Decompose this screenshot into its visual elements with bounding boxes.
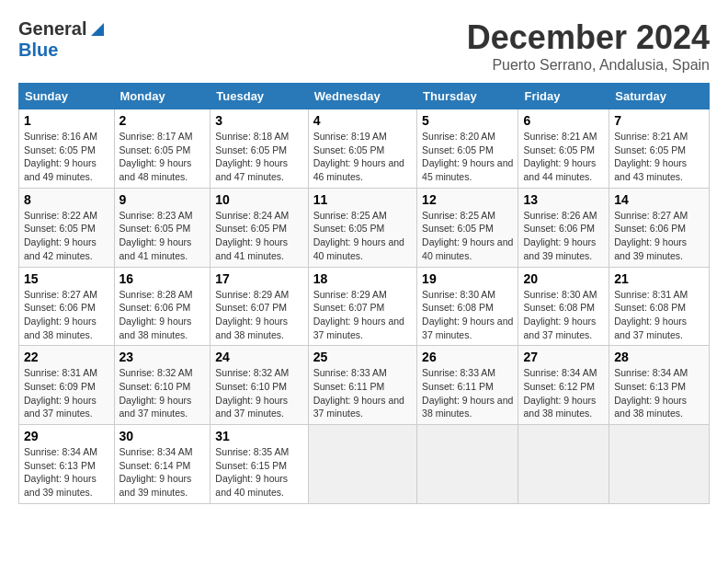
col-sunday: Sunday (19, 84, 115, 109)
cell-info: Sunrise: 8:25 AMSunset: 6:05 PMDaylight:… (313, 210, 404, 261)
day-number: 23 (119, 350, 206, 364)
page-header: General Blue December 2024 Puerto Serran… (18, 18, 710, 74)
location-text: Puerto Serrano, Andalusia, Spain (467, 57, 710, 74)
cell-info: Sunrise: 8:31 AMSunset: 6:09 PMDaylight:… (24, 367, 97, 419)
table-row: 30 Sunrise: 8:34 AMSunset: 6:14 PMDaylig… (114, 425, 210, 504)
table-row: 25 Sunrise: 8:33 AMSunset: 6:11 PMDaylig… (308, 346, 416, 425)
day-number: 21 (614, 271, 704, 286)
day-number: 9 (119, 192, 206, 207)
col-saturday: Saturday (609, 84, 710, 109)
cell-info: Sunrise: 8:26 AMSunset: 6:06 PMDaylight:… (523, 210, 597, 261)
day-number: 17 (215, 271, 302, 286)
cell-info: Sunrise: 8:34 AMSunset: 6:13 PMDaylight:… (614, 367, 688, 419)
table-row (518, 425, 609, 504)
day-number: 14 (614, 192, 704, 207)
table-row: 16 Sunrise: 8:28 AMSunset: 6:06 PMDaylig… (114, 267, 210, 346)
day-number: 24 (215, 350, 302, 364)
day-number: 18 (313, 271, 412, 286)
day-number: 1 (24, 113, 109, 128)
cell-info: Sunrise: 8:24 AMSunset: 6:05 PMDaylight:… (215, 210, 289, 261)
cell-info: Sunrise: 8:22 AMSunset: 6:05 PMDaylight:… (24, 210, 97, 261)
table-row: 1 Sunrise: 8:16 AMSunset: 6:05 PMDayligh… (19, 109, 115, 189)
logo: General Blue (18, 18, 104, 61)
day-number: 26 (422, 350, 513, 364)
day-number: 28 (614, 350, 704, 364)
svg-marker-0 (91, 23, 104, 36)
table-row: 14 Sunrise: 8:27 AMSunset: 6:06 PMDaylig… (609, 188, 710, 267)
calendar-week-4: 22 Sunrise: 8:31 AMSunset: 6:09 PMDaylig… (19, 346, 710, 425)
day-number: 30 (119, 429, 206, 443)
day-number: 13 (523, 192, 604, 207)
cell-info: Sunrise: 8:29 AMSunset: 6:07 PMDaylight:… (313, 289, 404, 340)
cell-info: Sunrise: 8:34 AMSunset: 6:12 PMDaylight:… (523, 367, 597, 419)
cell-info: Sunrise: 8:30 AMSunset: 6:08 PMDaylight:… (523, 289, 597, 340)
header-row: Sunday Monday Tuesday Wednesday Thursday… (19, 84, 710, 109)
day-number: 19 (422, 271, 513, 286)
table-row: 18 Sunrise: 8:29 AMSunset: 6:07 PMDaylig… (308, 267, 416, 346)
day-number: 6 (523, 113, 604, 128)
table-row: 4 Sunrise: 8:19 AMSunset: 6:05 PMDayligh… (308, 109, 416, 189)
table-row: 7 Sunrise: 8:21 AMSunset: 6:05 PMDayligh… (609, 109, 710, 189)
table-row (417, 425, 518, 504)
table-row: 29 Sunrise: 8:34 AMSunset: 6:13 PMDaylig… (19, 425, 115, 504)
table-row: 20 Sunrise: 8:30 AMSunset: 6:08 PMDaylig… (518, 267, 609, 346)
table-row: 23 Sunrise: 8:32 AMSunset: 6:10 PMDaylig… (114, 346, 210, 425)
cell-info: Sunrise: 8:34 AMSunset: 6:14 PMDaylight:… (119, 446, 193, 498)
day-number: 20 (523, 271, 604, 286)
cell-info: Sunrise: 8:21 AMSunset: 6:05 PMDaylight:… (523, 131, 597, 182)
cell-info: Sunrise: 8:30 AMSunset: 6:08 PMDaylight:… (422, 289, 513, 340)
cell-info: Sunrise: 8:27 AMSunset: 6:06 PMDaylight:… (614, 210, 688, 261)
table-row: 2 Sunrise: 8:17 AMSunset: 6:05 PMDayligh… (114, 109, 210, 189)
day-number: 2 (119, 113, 206, 128)
table-row: 6 Sunrise: 8:21 AMSunset: 6:05 PMDayligh… (518, 109, 609, 189)
cell-info: Sunrise: 8:20 AMSunset: 6:05 PMDaylight:… (422, 131, 513, 182)
col-wednesday: Wednesday (308, 84, 416, 109)
cell-info: Sunrise: 8:32 AMSunset: 6:10 PMDaylight:… (215, 367, 289, 419)
day-number: 25 (313, 350, 412, 364)
cell-info: Sunrise: 8:27 AMSunset: 6:06 PMDaylight:… (24, 289, 97, 340)
table-row: 10 Sunrise: 8:24 AMSunset: 6:05 PMDaylig… (210, 188, 308, 267)
table-row: 28 Sunrise: 8:34 AMSunset: 6:13 PMDaylig… (609, 346, 710, 425)
col-monday: Monday (114, 84, 210, 109)
cell-info: Sunrise: 8:32 AMSunset: 6:10 PMDaylight:… (119, 367, 193, 419)
day-number: 27 (523, 350, 604, 364)
table-row: 19 Sunrise: 8:30 AMSunset: 6:08 PMDaylig… (417, 267, 518, 346)
logo-blue-text: Blue (18, 40, 58, 60)
table-row: 3 Sunrise: 8:18 AMSunset: 6:05 PMDayligh… (210, 109, 308, 189)
calendar-week-3: 15 Sunrise: 8:27 AMSunset: 6:06 PMDaylig… (19, 267, 710, 346)
table-row: 27 Sunrise: 8:34 AMSunset: 6:12 PMDaylig… (518, 346, 609, 425)
calendar-week-2: 8 Sunrise: 8:22 AMSunset: 6:05 PMDayligh… (19, 188, 710, 267)
day-number: 29 (24, 429, 109, 443)
logo-general-text: General (18, 18, 86, 40)
day-number: 8 (24, 192, 109, 207)
table-row: 13 Sunrise: 8:26 AMSunset: 6:06 PMDaylig… (518, 188, 609, 267)
day-number: 10 (215, 192, 302, 207)
table-row: 21 Sunrise: 8:31 AMSunset: 6:08 PMDaylig… (609, 267, 710, 346)
table-row: 9 Sunrise: 8:23 AMSunset: 6:05 PMDayligh… (114, 188, 210, 267)
cell-info: Sunrise: 8:35 AMSunset: 6:15 PMDaylight:… (215, 446, 289, 498)
cell-info: Sunrise: 8:33 AMSunset: 6:11 PMDaylight:… (313, 367, 404, 419)
cell-info: Sunrise: 8:29 AMSunset: 6:07 PMDaylight:… (215, 289, 289, 340)
day-number: 5 (422, 113, 513, 128)
cell-info: Sunrise: 8:16 AMSunset: 6:05 PMDaylight:… (24, 131, 97, 182)
table-row: 17 Sunrise: 8:29 AMSunset: 6:07 PMDaylig… (210, 267, 308, 346)
calendar-table: Sunday Monday Tuesday Wednesday Thursday… (18, 83, 710, 504)
table-row: 24 Sunrise: 8:32 AMSunset: 6:10 PMDaylig… (210, 346, 308, 425)
table-row: 11 Sunrise: 8:25 AMSunset: 6:05 PMDaylig… (308, 188, 416, 267)
table-row: 31 Sunrise: 8:35 AMSunset: 6:15 PMDaylig… (210, 425, 308, 504)
table-row: 15 Sunrise: 8:27 AMSunset: 6:06 PMDaylig… (19, 267, 115, 346)
day-number: 4 (313, 113, 412, 128)
table-row: 26 Sunrise: 8:33 AMSunset: 6:11 PMDaylig… (417, 346, 518, 425)
day-number: 3 (215, 113, 302, 128)
table-row: 12 Sunrise: 8:25 AMSunset: 6:05 PMDaylig… (417, 188, 518, 267)
day-number: 11 (313, 192, 412, 207)
table-row (308, 425, 416, 504)
cell-info: Sunrise: 8:17 AMSunset: 6:05 PMDaylight:… (119, 131, 193, 182)
cell-info: Sunrise: 8:18 AMSunset: 6:05 PMDaylight:… (215, 131, 289, 182)
day-number: 12 (422, 192, 513, 207)
month-title: December 2024 (467, 18, 710, 57)
logo-icon (87, 19, 104, 36)
day-number: 31 (215, 429, 302, 443)
cell-info: Sunrise: 8:23 AMSunset: 6:05 PMDaylight:… (119, 210, 193, 261)
day-number: 15 (24, 271, 109, 286)
